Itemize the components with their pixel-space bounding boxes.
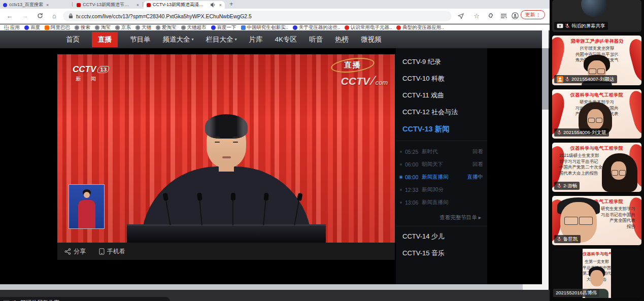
bookmark-transformer-2[interactable]: 典型的变压器应用.. bbox=[396, 24, 444, 30]
nav-channels[interactable]: 频道大全▾ bbox=[163, 35, 194, 44]
nav-label: 热榜 bbox=[335, 35, 349, 44]
channel-cctv15[interactable]: CCTV-15 音乐 bbox=[402, 249, 445, 258]
tab-audio-icon[interactable] bbox=[210, 2, 216, 8]
bookmark-taobao[interactable]: 淘宝 bbox=[95, 24, 111, 30]
full-schedule-link[interactable]: 查看完整节目单 ▸ bbox=[439, 214, 481, 221]
participant-label: 2021552016吕博伟 bbox=[553, 289, 599, 297]
timeline-dot bbox=[400, 163, 402, 165]
nav-micro-video[interactable]: 微视频 bbox=[361, 35, 382, 44]
address-bar[interactable]: tv.cctv.com/live/cctv13/?spm=C28340.PxtG… bbox=[63, 11, 452, 21]
bookmark-components[interactable]: 认识常用电子元器.. bbox=[345, 24, 392, 30]
nav-live-active[interactable]: 直播 bbox=[92, 32, 118, 47]
bookmark-search[interactable]: 搜索 bbox=[75, 24, 90, 30]
tab-close-icon[interactable]: × bbox=[46, 3, 49, 8]
new-tab-button[interactable]: + bbox=[229, 0, 233, 8]
screen-share-label: 韩滔的屏幕共享 bbox=[20, 299, 59, 301]
vertical-scrollbar-thumb[interactable] bbox=[542, 48, 549, 110]
nav-film-library[interactable]: 片库 bbox=[249, 35, 263, 44]
extensions-puzzle-icon[interactable] bbox=[485, 10, 496, 21]
tab-close-icon[interactable]: × bbox=[219, 3, 222, 8]
lock-icon bbox=[69, 13, 73, 19]
tab-cctv13-official[interactable]: CCTV-13新闻频道节目官网_CC × bbox=[74, 1, 142, 9]
browser-menu-icon[interactable]: ⋮ bbox=[536, 12, 540, 17]
bookmark-baidu-yixia[interactable]: 百度一下 bbox=[211, 24, 236, 30]
channel-cctv13-active[interactable]: CCTV-13 新闻 bbox=[402, 124, 450, 134]
participant-tile-hantao[interactable]: 韩滔的屏幕共享 bbox=[552, 0, 641, 32]
participant-label: 2021554006-刘文慧 bbox=[554, 128, 609, 137]
participant-tile-youchang[interactable]: 仪器科学与电气工程学院 2021级硕士生党支部 部学习习近平总书记 中国共产党第… bbox=[552, 143, 641, 192]
bookmark-star-icon[interactable]: ☆ bbox=[471, 10, 482, 21]
participant-tile-lushikai[interactable]: 仪器科学与电气工程学院 研究生党支部学习 习总书记在中国共 产党全国代表 报告 … bbox=[552, 196, 641, 245]
reload-button[interactable] bbox=[35, 10, 46, 21]
bookmark-alibaba[interactable]: 阿里巴巴 bbox=[45, 24, 70, 30]
alibaba-icon bbox=[45, 25, 49, 30]
horizontal-scrollbar[interactable] bbox=[0, 284, 542, 290]
chrome-update-button[interactable]: 更新 ⋮ bbox=[521, 10, 545, 19]
tab-baidu-search[interactable]: cctv13_百度搜索 × bbox=[0, 1, 72, 9]
schedule-row[interactable]: 12:33 新闻30分 bbox=[400, 186, 483, 193]
channel-cctv10[interactable]: CCTV-10 科教 bbox=[402, 74, 445, 83]
nav-trending[interactable]: 热榜 bbox=[335, 35, 349, 44]
bookmark-jd[interactable]: 京东 bbox=[115, 24, 131, 30]
watch-on-mobile-button[interactable]: 手机看 bbox=[99, 247, 125, 256]
bookmark-apps[interactable]: 应用 bbox=[4, 24, 20, 30]
browser-toolbar: ← → ⌂ tv.cctv.com/live/cctv13/?spm=C2834… bbox=[0, 9, 550, 24]
bookmark-label: 认识常用电子元器.. bbox=[351, 24, 392, 30]
nav-columns[interactable]: 栏目大全▾ bbox=[206, 35, 237, 44]
participant-tile-liuyingda[interactable]: 仪器科学与电气工程学院 研究生党支部学习 习近平总书记在中国共 产党第二十次全国… bbox=[552, 36, 641, 85]
bookmark-graduate-innovation[interactable]: 中国研究生创新实.. bbox=[241, 24, 288, 30]
channel-cctv9[interactable]: CCTV-9 纪录 bbox=[402, 57, 441, 66]
poster-banner: 仪器科学与电气工程学院 bbox=[552, 145, 641, 152]
nav-label: 4K专区 bbox=[275, 35, 297, 44]
vertical-scrollbar[interactable] bbox=[542, 30, 549, 289]
phone-icon bbox=[99, 248, 105, 255]
bookmark-tmall-market[interactable]: 天猫超市 bbox=[181, 24, 207, 30]
bookmark-transformer-1[interactable]: 关于变压器的这些.. bbox=[293, 24, 340, 30]
nav-audio[interactable]: 听音 bbox=[309, 35, 323, 44]
bookmark-tmall[interactable]: 天猫 bbox=[135, 24, 151, 30]
forward-button[interactable]: → bbox=[19, 10, 30, 21]
nav-label: 栏目大全 bbox=[206, 35, 233, 44]
schedule-row[interactable]: 13:06 新闻直播间 bbox=[400, 199, 483, 206]
bookmark-baidu[interactable]: 百度 bbox=[24, 24, 40, 30]
channel-cctv12[interactable]: CCTV-12 社会与法 bbox=[402, 108, 458, 117]
channel-cctv14[interactable]: CCTV-14 少儿 bbox=[402, 232, 445, 241]
participant-label: 2-游畅 bbox=[554, 182, 580, 190]
tab-close-icon[interactable]: × bbox=[137, 3, 139, 8]
red-site-icon bbox=[345, 25, 349, 30]
nav-home[interactable]: 首页 bbox=[66, 35, 80, 44]
page-body: CCTV 13 新 闻 直播 CCTV / com bbox=[0, 48, 550, 284]
tab-cctv13-live-active[interactable]: CCTV-13新闻频道高清直播 × bbox=[144, 1, 225, 9]
live-video-player[interactable]: CCTV 13 新 闻 直播 CCTV / com bbox=[57, 54, 395, 243]
back-button[interactable]: ← bbox=[4, 10, 15, 21]
horizontal-scrollbar-thumb[interactable] bbox=[0, 284, 523, 290]
participant-tile-lvbowei[interactable]: 仪器科学与电气工程学院 生第一党支部 平总书记在中国 第二十次全国代 大会上报告… bbox=[552, 249, 641, 298]
participant-name: 2021552016吕博伟 bbox=[556, 290, 597, 296]
profile-avatar-icon[interactable] bbox=[510, 10, 521, 21]
schedule-row[interactable]: 06:00 朝闻天下 回看 bbox=[400, 161, 483, 168]
schedule-replay-link[interactable]: 回看 bbox=[472, 161, 483, 168]
tab-title: CCTV-13新闻频道高清直播 bbox=[153, 2, 208, 8]
podium bbox=[127, 224, 326, 243]
mic-muted-icon bbox=[557, 183, 562, 188]
share-button[interactable]: 分享 bbox=[64, 247, 86, 256]
schedule-row-live[interactable]: 08:00 新闻直播间 直播中 bbox=[400, 174, 483, 181]
globe-icon bbox=[135, 25, 140, 30]
schedule-time: 13:06 bbox=[405, 199, 419, 206]
schedule-row[interactable]: 05:25 新时代 回看 bbox=[400, 148, 483, 155]
schedule-program: 朝闻天下 bbox=[422, 161, 443, 168]
participant-tile-liuwenhui[interactable]: 仪器科学与电气工程学院 研究生党支部学习 习近平总书记在中国共 产党第二十次全国… bbox=[552, 89, 641, 139]
nav-epg[interactable]: 节目单 bbox=[130, 35, 151, 44]
nav-label: 微视频 bbox=[361, 35, 382, 44]
baidu-icon bbox=[293, 25, 297, 30]
home-button[interactable]: ⌂ bbox=[49, 10, 60, 21]
interpreter-body bbox=[78, 200, 95, 228]
send-page-icon[interactable] bbox=[455, 10, 466, 21]
channel-cctv11[interactable]: CCTV-11 戏曲 bbox=[402, 91, 444, 100]
mic-muted-icon bbox=[557, 237, 562, 242]
timeline-dot bbox=[400, 151, 402, 153]
bookmark-aitaobao[interactable]: 爱淘宝 bbox=[156, 24, 177, 30]
schedule-replay-link[interactable]: 回看 bbox=[472, 148, 483, 155]
nav-4k[interactable]: 4K专区 bbox=[275, 35, 297, 44]
tab-list-icon[interactable] bbox=[498, 10, 509, 21]
